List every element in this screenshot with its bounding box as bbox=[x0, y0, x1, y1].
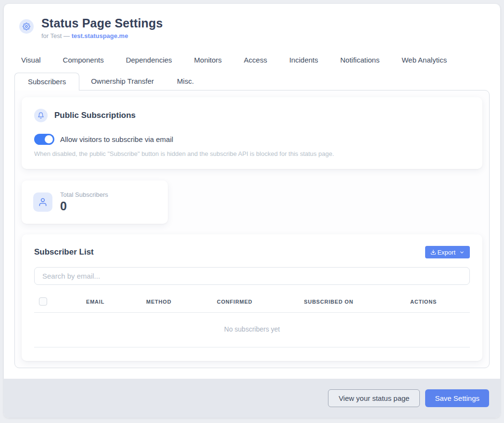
tabs-row-2: Subscribers Ownership Transfer Misc. bbox=[4, 73, 500, 90]
subscriber-table: EMAIL METHOD CONFIRMED SUBSCRIBED ON ACT… bbox=[34, 295, 470, 361]
tab-subscribers[interactable]: Subscribers bbox=[14, 73, 79, 90]
tab-monitors[interactable]: Monitors bbox=[189, 54, 228, 66]
subscribers-tab-panel: Public Subscriptions Allow visitors to s… bbox=[14, 90, 490, 368]
settings-tabs: Visual Components Dependencies Monitors … bbox=[4, 51, 500, 90]
tab-access[interactable]: Access bbox=[238, 54, 273, 66]
public-subscriptions-header: Public Subscriptions bbox=[34, 109, 470, 122]
tab-components[interactable]: Components bbox=[57, 54, 110, 66]
stat-text-block: Total Subscribers 0 bbox=[60, 191, 108, 213]
subscriber-list-card: Subscriber List Export bbox=[22, 234, 482, 361]
empty-state-message: No subscribers yet bbox=[224, 325, 280, 333]
status-page-link[interactable]: test.statuspage.me bbox=[72, 32, 128, 39]
page-header: Status Page Settings for Test — test.sta… bbox=[4, 4, 500, 39]
table-header-row: EMAIL METHOD CONFIRMED SUBSCRIBED ON ACT… bbox=[34, 295, 470, 313]
column-header-confirmed: CONFIRMED bbox=[217, 299, 304, 305]
tab-notifications[interactable]: Notifications bbox=[335, 54, 386, 66]
tab-misc[interactable]: Misc. bbox=[165, 73, 205, 90]
select-all-checkbox[interactable] bbox=[39, 297, 47, 306]
export-button-label: Export bbox=[437, 249, 455, 256]
allow-subscribe-toggle[interactable] bbox=[34, 134, 54, 145]
stat-label: Total Subscribers bbox=[60, 191, 108, 198]
tab-web-analytics[interactable]: Web Analytics bbox=[396, 54, 453, 66]
tabs-row-1: Visual Components Dependencies Monitors … bbox=[4, 51, 500, 73]
tab-visual[interactable]: Visual bbox=[15, 54, 47, 66]
search-input[interactable] bbox=[34, 267, 470, 285]
download-icon bbox=[430, 249, 436, 255]
tab-ownership-transfer[interactable]: Ownership Transfer bbox=[79, 73, 165, 90]
stat-value: 0 bbox=[60, 199, 108, 213]
page-subtitle: for Test — test.statuspage.me bbox=[41, 32, 163, 39]
page-title: Status Page Settings bbox=[41, 16, 163, 30]
chevron-down-icon bbox=[459, 250, 465, 255]
subscriber-list-header: Subscriber List Export bbox=[34, 246, 470, 258]
bell-icon bbox=[34, 109, 48, 122]
status-page-settings-card: Status Page Settings for Test — test.sta… bbox=[4, 4, 500, 418]
export-button[interactable]: Export bbox=[425, 246, 470, 258]
gear-icon bbox=[19, 19, 34, 34]
footer-action-bar: View your status page Save Settings bbox=[4, 379, 500, 418]
tab-dependencies[interactable]: Dependencies bbox=[120, 54, 178, 66]
total-subscribers-card: Total Subscribers 0 bbox=[22, 180, 168, 224]
toggle-helper-text: When disabled, the public "Subscribe" bu… bbox=[34, 150, 470, 157]
tab-incidents[interactable]: Incidents bbox=[283, 54, 324, 66]
public-subscriptions-card: Public Subscriptions Allow visitors to s… bbox=[22, 97, 482, 169]
subtitle-prefix: for Test — bbox=[41, 32, 72, 39]
column-header-email: EMAIL bbox=[86, 299, 146, 305]
toggle-knob bbox=[45, 135, 53, 143]
subscriber-list-title: Subscriber List bbox=[34, 247, 94, 257]
public-subscriptions-title: Public Subscriptions bbox=[54, 111, 136, 120]
subscribe-toggle-row: Allow visitors to subscribe via email bbox=[34, 134, 470, 145]
view-status-page-button[interactable]: View your status page bbox=[328, 389, 420, 407]
table-bottom-spacer bbox=[34, 347, 470, 361]
column-header-actions: ACTIONS bbox=[410, 299, 470, 305]
header-text-block: Status Page Settings for Test — test.sta… bbox=[41, 16, 163, 39]
empty-state-row: No subscribers yet bbox=[34, 313, 470, 347]
save-settings-button[interactable]: Save Settings bbox=[425, 389, 489, 407]
column-header-method: METHOD bbox=[146, 299, 217, 305]
toggle-label: Allow visitors to subscribe via email bbox=[60, 135, 173, 143]
user-icon bbox=[33, 192, 52, 212]
column-header-subscribed-on: SUBSCRIBED ON bbox=[304, 299, 410, 305]
